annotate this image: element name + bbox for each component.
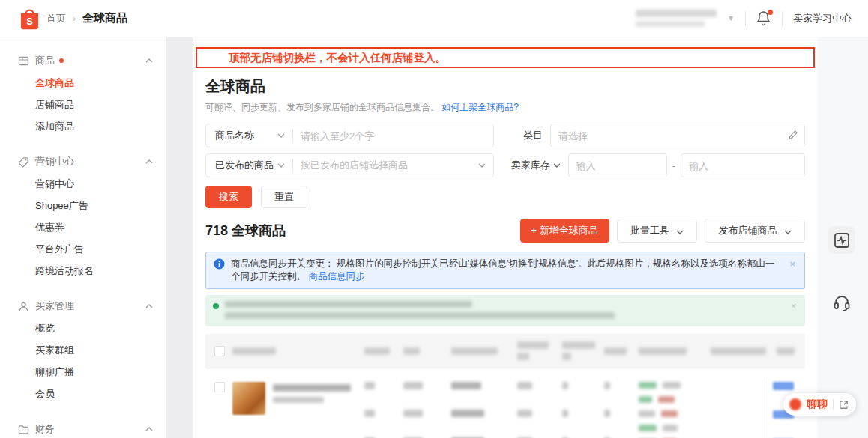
redacted-header <box>364 347 390 355</box>
sidebar-item-add-product[interactable]: 添加商品 <box>0 115 166 137</box>
product-count-suffix: 全球商品 <box>232 223 286 238</box>
redacted-price <box>451 410 484 417</box>
stock-label[interactable]: 卖家库存 <box>511 159 561 172</box>
name-filter-select[interactable]: 商品名称 <box>206 129 292 142</box>
sidebar-item-marketing-center[interactable]: 营销中心 <box>0 173 166 195</box>
sidebar-item-buyer-groups[interactable]: 买家群组 <box>0 339 166 361</box>
product-thumbnail[interactable] <box>232 382 265 415</box>
chevron-up-icon <box>145 159 153 164</box>
sidebar-item-members[interactable]: 会员 <box>0 383 166 404</box>
redacted-action-link[interactable] <box>773 382 794 390</box>
svg-text:S: S <box>26 16 33 27</box>
notification-bell-icon[interactable] <box>756 10 771 27</box>
redacted-header <box>604 347 627 355</box>
chevron-down-icon <box>676 230 684 234</box>
sidebar-item-campaign-signup[interactable]: 跨境活动报名 <box>0 260 166 282</box>
product-count-title: 718 全球商品 <box>205 222 286 240</box>
info-banner-text: 商品信息同步开关变更： 规格图片的同步控制开关已经由'媒体信息'切换到'规格信息… <box>231 258 779 283</box>
chat-widget[interactable]: 聊聊 <box>783 393 856 416</box>
sidebar-item-shop-products[interactable]: 店铺商品 <box>0 94 166 115</box>
add-global-product-button[interactable]: + 新增全球商品 <box>520 219 609 243</box>
redacted-value <box>517 382 532 389</box>
redacted-value <box>403 410 423 417</box>
top-header: S 首页 › 全球商品 ▼ 卖家学习中心 <box>0 0 868 37</box>
redacted-stat <box>663 425 678 431</box>
sidebar-item-vouchers[interactable]: 优惠券 <box>0 216 166 238</box>
sidebar-section-buyers[interactable]: 买家管理 <box>0 295 166 317</box>
success-banner-redacted: × <box>205 295 805 326</box>
pencil-icon[interactable] <box>788 130 798 140</box>
close-icon[interactable]: × <box>791 301 796 311</box>
redacted-header <box>639 347 687 355</box>
publish-shop-product-button[interactable]: 发布店铺商品 <box>705 219 805 243</box>
search-button[interactable]: 搜索 <box>205 186 252 208</box>
main-panel: 顶部无店铺切换栏，不会计入任何店铺登入。 全球商品 可翻译、同步更新、发布到多家… <box>193 37 817 438</box>
publish-shop-product-label: 发布店铺商品 <box>718 225 777 236</box>
chat-label[interactable]: 聊聊 <box>807 398 828 411</box>
category-label: 类目 <box>523 129 543 142</box>
customer-service-button[interactable] <box>828 289 855 317</box>
info-banner: 商品信息同步开关变更： 规格图片的同步控制开关已经由'媒体信息'切换到'规格信息… <box>205 252 805 289</box>
help-link[interactable]: 如何上架全球商品? <box>441 102 519 112</box>
redacted-value <box>364 382 375 389</box>
chat-divider <box>833 399 834 410</box>
redacted-header <box>232 347 276 355</box>
sidebar-item-chat-broadcast[interactable]: 聊聊广播 <box>0 361 166 383</box>
popout-icon[interactable] <box>839 400 849 410</box>
published-filter-select[interactable]: 已发布的商品 <box>206 159 292 172</box>
redacted-header <box>777 347 795 355</box>
sidebar-item-global-products[interactable]: 全球商品 <box>0 72 166 94</box>
stock-max-input[interactable] <box>681 153 805 177</box>
redacted-value <box>364 410 375 417</box>
account-info-redacted[interactable] <box>636 10 717 27</box>
chevron-down-icon <box>277 163 285 168</box>
sidebar-section-label: 营销中心 <box>35 155 74 168</box>
account-chevron-down-icon[interactable]: ▼ <box>727 14 735 22</box>
sidebar-item-overview[interactable]: 概览 <box>0 317 166 339</box>
shop-select-placeholder[interactable]: 按已发布的店铺选择商品 <box>293 159 478 172</box>
breadcrumb-home[interactable]: 首页 <box>46 12 66 25</box>
redacted-header <box>517 341 549 349</box>
stock-label-text: 卖家库存 <box>511 159 550 172</box>
redacted-value <box>517 410 532 417</box>
redacted-stat <box>639 382 657 389</box>
sidebar-section-products[interactable]: 商品 <box>0 49 166 72</box>
redacted-value <box>403 382 423 389</box>
sidebar-item-shopee-ads[interactable]: Shopee广告 <box>0 195 166 216</box>
select-all-checkbox[interactable] <box>214 346 225 356</box>
chevron-up-icon <box>145 58 153 63</box>
redacted-text-line <box>225 301 472 308</box>
chat-unread-badge <box>789 398 801 410</box>
page-title: 全球商品 <box>205 76 805 97</box>
page-subtitle: 可翻译、同步更新、发布到多家店铺的全球商品信息集合。 <box>205 102 439 112</box>
shopee-logo-icon[interactable]: S <box>19 7 40 30</box>
published-filter-value: 已发布的商品 <box>215 159 274 172</box>
redacted-header <box>403 347 420 355</box>
redacted-value <box>604 410 610 417</box>
seller-learning-center-link[interactable]: 卖家学习中心 <box>793 12 852 25</box>
product-name-input[interactable] <box>293 130 493 142</box>
sidebar-section-marketing[interactable]: 营销中心 <box>0 150 166 173</box>
right-rail <box>817 37 868 438</box>
stock-min-input[interactable] <box>568 153 667 177</box>
sidebar-section-label: 商品 <box>35 54 55 67</box>
close-icon[interactable]: × <box>789 258 795 270</box>
bulk-tools-button[interactable]: 批量工具 <box>617 219 698 243</box>
redacted-header <box>562 353 571 360</box>
product-info-sync-link[interactable]: 商品信息同步 <box>308 271 364 282</box>
sidebar-item-offsite-ads[interactable]: 平台外广告 <box>0 238 166 260</box>
redacted-product-name <box>273 384 351 392</box>
performance-monitor-button[interactable] <box>828 226 855 254</box>
breadcrumb-current: 全球商品 <box>82 11 127 25</box>
sidebar-section-finance[interactable]: 财务 <box>0 418 166 438</box>
category-input[interactable] <box>550 124 805 147</box>
chevron-down-icon <box>478 163 486 168</box>
wallet-folder-icon <box>18 424 29 435</box>
reset-button[interactable]: 重置 <box>261 186 307 208</box>
success-dot-icon <box>213 303 219 309</box>
row-checkbox[interactable] <box>214 382 225 392</box>
sidebar-nav: 商品 全球商品 店铺商品 添加商品 营销中心 营销中心 Shopee <box>0 37 166 438</box>
annotation-callout: 顶部无店铺切换栏，不会计入任何店铺登入。 <box>196 47 815 68</box>
pulse-icon <box>834 232 850 249</box>
sidebar-section-label: 财务 <box>35 422 55 436</box>
